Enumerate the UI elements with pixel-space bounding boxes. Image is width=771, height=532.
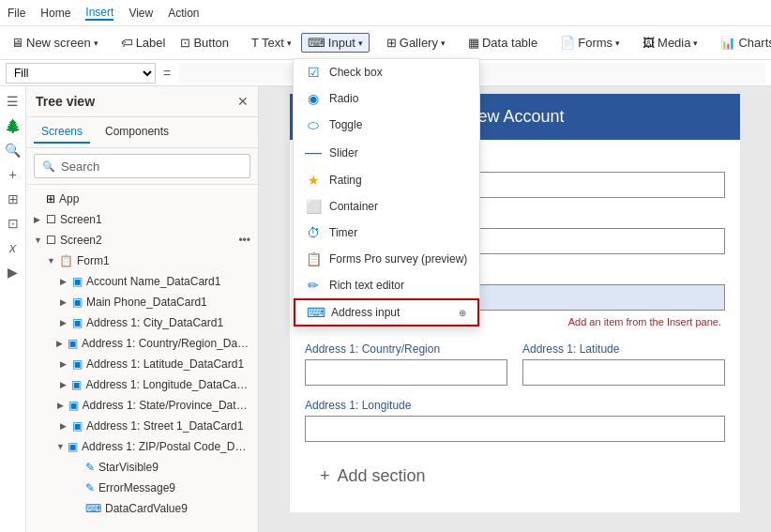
button-button[interactable]: ⊡ Button xyxy=(174,34,234,52)
field-input-longitude[interactable] xyxy=(305,416,725,442)
toggle-icon: ⬭ xyxy=(305,117,322,133)
datacard-icon8: ▣ xyxy=(72,419,83,433)
tree-icon[interactable]: 🌲 xyxy=(2,114,24,137)
toolbar: 🖥 New screen ▾ 🏷 Label ⊡ Button T Text ▾… xyxy=(0,26,771,60)
tree-item-city[interactable]: ▶ ▣ Address 1: City_DataCard1 xyxy=(26,312,258,333)
chevron-icon: ▶ xyxy=(60,297,69,307)
add-section-button[interactable]: + Add section xyxy=(305,455,725,497)
chevron-down-icon2: ▾ xyxy=(287,38,292,48)
text-button[interactable]: T Text ▾ xyxy=(246,34,297,52)
tree-item-form1[interactable]: ▼ 📋 Form1 xyxy=(26,251,258,271)
dropdown-item-addressinput[interactable]: ⌨ Address input ⊕ xyxy=(294,298,479,327)
dropdown-item-container[interactable]: ⬜ Container xyxy=(294,193,479,220)
tree-item-label: Form1 xyxy=(77,254,110,267)
tree-item-app[interactable]: ⊞ App xyxy=(26,189,258,209)
search-icon: 🔍 xyxy=(42,160,55,173)
tree-item-zip[interactable]: ▼ ▣ Address 1: ZIP/Postal Code_DataCar… xyxy=(26,436,258,457)
tree-title: Tree view xyxy=(36,94,95,109)
media-left-icon[interactable]: ▶ xyxy=(2,261,24,283)
addressinput-badge: ⊕ xyxy=(459,308,466,318)
tree-item-account[interactable]: ▶ ▣ Account Name_DataCard1 xyxy=(26,271,258,292)
tree-item-label: App xyxy=(59,192,79,205)
dropdown-item-label: Radio xyxy=(329,92,468,105)
formspro-icon: 📋 xyxy=(305,251,322,266)
formula-dropdown[interactable]: Fill xyxy=(6,63,156,84)
forms-button[interactable]: 📄 Forms ▾ xyxy=(554,34,626,52)
field-input-country[interactable] xyxy=(305,359,507,386)
plus-icon[interactable]: + xyxy=(2,163,24,186)
control-icon3: ⌨ xyxy=(85,502,101,515)
chevron-icon: ▶ xyxy=(56,339,65,348)
dropdown-item-checkbox[interactable]: ☑ Check box xyxy=(294,59,479,85)
menu-insert[interactable]: Insert xyxy=(85,6,113,21)
dropdown-item-toggle[interactable]: ⬭ Toggle xyxy=(294,112,479,138)
charts-button[interactable]: 📊 Charts ▾ xyxy=(715,34,771,52)
menu-view[interactable]: View xyxy=(128,7,153,20)
checkbox-icon: ☑ xyxy=(305,65,322,80)
tree-item-screen2[interactable]: ▼ ☐ Screen2 ••• xyxy=(26,230,258,251)
field-label-latitude: Address 1: Latitude xyxy=(522,342,725,356)
input-icon: ⌨ xyxy=(308,36,325,50)
tree-item-state[interactable]: ▶ ▣ Address 1: State/Province_DataCard1 xyxy=(26,395,258,416)
tree-item-label: Address 1: City_DataCard1 xyxy=(86,316,223,329)
rating-icon: ★ xyxy=(305,173,322,188)
chevron-icon: ▼ xyxy=(34,236,43,245)
chevron-down-icon: ▾ xyxy=(94,38,98,48)
new-screen-button[interactable]: 🖥 New screen ▾ xyxy=(6,34,104,52)
tree-item-star9[interactable]: ✎ StarVisible9 xyxy=(26,457,258,478)
tree-item-screen1[interactable]: ▶ ☐ Screen1 xyxy=(26,209,258,230)
tree-item-error9[interactable]: ✎ ErrorMessage9 xyxy=(26,478,258,498)
form-field-latitude: Address 1: Latitude xyxy=(522,342,725,386)
control-icon: ✎ xyxy=(85,461,95,474)
tree-item-mainphone[interactable]: ▶ ▣ Main Phone_DataCard1 xyxy=(26,292,258,312)
tree-item-country[interactable]: ▶ ▣ Address 1: Country/Region_DataCar… xyxy=(26,333,258,354)
tree-item-datacard9[interactable]: ⌨ DataCardValue9 xyxy=(26,498,258,519)
dropdown-item-radio[interactable]: ◉ Radio xyxy=(294,85,479,112)
dropdown-item-timer[interactable]: ⏱ Timer xyxy=(294,220,479,246)
label-button[interactable]: 🏷 Label xyxy=(115,34,172,52)
search-left-icon[interactable]: 🔍 xyxy=(2,139,24,161)
dropdown-item-slider[interactable]: — Slider xyxy=(294,138,479,167)
chevron-icon: ▶ xyxy=(60,359,69,369)
tab-screens[interactable]: Screens xyxy=(34,121,90,144)
timer-icon: ⏱ xyxy=(305,225,322,240)
menu-action[interactable]: Action xyxy=(168,7,199,20)
search-placeholder: Search xyxy=(61,160,99,174)
dropdown-item-label: Address input xyxy=(331,306,451,319)
tree-item-street[interactable]: ▶ ▣ Address 1: Street 1_DataCard1 xyxy=(26,416,258,436)
more-icon[interactable]: ••• xyxy=(238,234,250,247)
component-icon[interactable]: ⊡ xyxy=(2,212,24,235)
menu-file[interactable]: File xyxy=(8,7,25,20)
tree-panel: Tree view ✕ Screens Components 🔍 Search … xyxy=(26,86,259,532)
tree-item-longitude[interactable]: ▶ ▣ Address 1: Longitude_DataCard1 xyxy=(26,374,258,395)
menu-home[interactable]: Home xyxy=(40,7,70,20)
tree-item-label: ErrorMessage9 xyxy=(98,481,175,494)
dropdown-item-label: Container xyxy=(329,200,468,213)
data-table-button[interactable]: ▦ Data table xyxy=(462,34,543,52)
input-button[interactable]: ⌨ Input ▾ xyxy=(301,33,370,53)
forms-icon: 📄 xyxy=(560,36,575,50)
menu-bar: File Home Insert View Action xyxy=(0,0,771,26)
tab-components[interactable]: Components xyxy=(98,121,176,144)
dropdown-item-rating[interactable]: ★ Rating xyxy=(294,167,479,193)
media-button[interactable]: 🖼 Media ▾ xyxy=(637,34,703,52)
chevron-icon: ▶ xyxy=(57,401,66,410)
add-section-plus-icon: + xyxy=(320,466,330,486)
dropdown-item-formspro[interactable]: 📋 Forms Pro survey (preview) xyxy=(294,246,479,272)
field-input-latitude[interactable] xyxy=(522,359,725,386)
tree-tabs: Screens Components xyxy=(26,117,258,148)
tree-item-label: Address 1: Latitude_DataCard1 xyxy=(86,357,244,371)
search-input[interactable]: 🔍 Search xyxy=(34,154,250,178)
close-icon[interactable]: ✕ xyxy=(237,94,249,109)
data-icon[interactable]: ⊞ xyxy=(2,188,24,210)
dropdown-item-richtext[interactable]: ✏ Rich text editor xyxy=(294,272,479,298)
chevron-down-icon4: ▾ xyxy=(441,38,446,48)
left-icon-bar: ☰ 🌲 🔍 + ⊞ ⊡ x ▶ xyxy=(0,86,26,532)
gallery-button[interactable]: ⊞ Gallery ▾ xyxy=(381,34,451,52)
field-label-longitude: Address 1: Longitude xyxy=(305,399,725,412)
tree-item-latitude[interactable]: ▶ ▣ Address 1: Latitude_DataCard1 xyxy=(26,354,258,374)
datacard-icon4: ▣ xyxy=(68,337,78,350)
formula-equals: = xyxy=(159,66,174,81)
hamburger-icon[interactable]: ☰ xyxy=(2,90,24,113)
variable-icon[interactable]: x xyxy=(2,236,24,259)
